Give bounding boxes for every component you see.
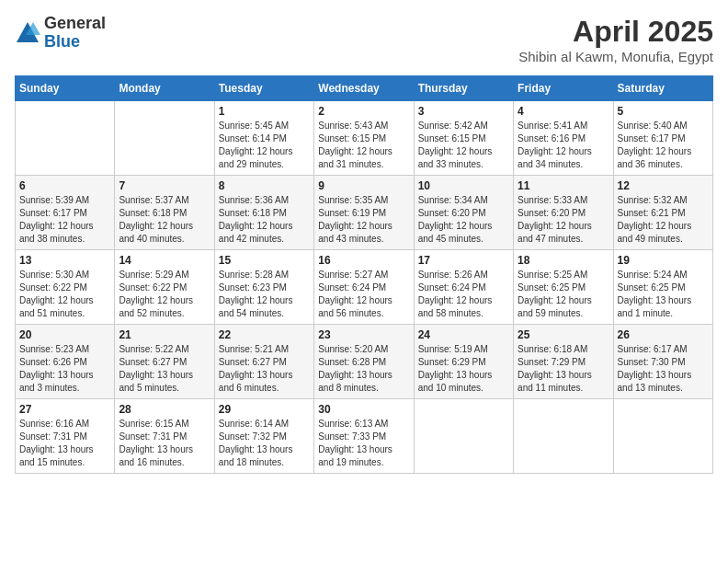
day-info: Sunrise: 6:13 AMSunset: 7:33 PMDaylight:… [318, 418, 409, 469]
day-number: 27 [19, 403, 110, 416]
table-row [115, 101, 214, 176]
table-row: 30Sunrise: 6:13 AMSunset: 7:33 PMDayligh… [314, 399, 414, 474]
day-number: 12 [618, 179, 709, 192]
header-monday: Monday [115, 76, 214, 101]
day-number: 14 [119, 254, 210, 267]
day-info: Sunrise: 5:41 AMSunset: 6:16 PMDaylight:… [518, 120, 609, 171]
day-number: 28 [119, 403, 210, 416]
table-row: 12Sunrise: 5:32 AMSunset: 6:21 PMDayligh… [613, 176, 712, 250]
day-number: 20 [19, 328, 110, 341]
month-title: April 2025 [518, 15, 713, 49]
calendar-week-row: 1Sunrise: 5:45 AMSunset: 6:14 PMDaylight… [16, 101, 713, 176]
title-block: April 2025 Shibin al Kawm, Monufia, Egyp… [518, 15, 713, 64]
table-row: 7Sunrise: 5:37 AMSunset: 6:18 PMDaylight… [115, 176, 214, 250]
calendar-week-row: 6Sunrise: 5:39 AMSunset: 6:17 PMDaylight… [16, 176, 713, 250]
table-row: 9Sunrise: 5:35 AMSunset: 6:19 PMDaylight… [314, 176, 414, 250]
day-info: Sunrise: 5:45 AMSunset: 6:14 PMDaylight:… [219, 120, 310, 171]
logo-text: General Blue [44, 15, 106, 52]
table-row [16, 101, 115, 176]
day-number: 23 [318, 328, 409, 341]
table-row: 6Sunrise: 5:39 AMSunset: 6:17 PMDaylight… [16, 176, 115, 250]
calendar-table: Sunday Monday Tuesday Wednesday Thursday… [15, 75, 713, 474]
day-number: 9 [318, 179, 409, 192]
day-info: Sunrise: 6:17 AMSunset: 7:30 PMDaylight:… [618, 343, 709, 395]
day-number: 17 [418, 254, 509, 267]
day-number: 10 [418, 179, 509, 192]
day-number: 1 [219, 105, 310, 118]
day-number: 22 [219, 328, 310, 341]
day-number: 18 [518, 254, 609, 267]
day-info: Sunrise: 5:35 AMSunset: 6:19 PMDaylight:… [318, 194, 409, 246]
day-info: Sunrise: 5:37 AMSunset: 6:18 PMDaylight:… [119, 194, 210, 246]
day-info: Sunrise: 6:14 AMSunset: 7:32 PMDaylight:… [219, 418, 310, 469]
day-number: 6 [19, 179, 110, 192]
day-number: 21 [119, 328, 210, 341]
table-row: 16Sunrise: 5:27 AMSunset: 6:24 PMDayligh… [314, 250, 414, 325]
table-row: 22Sunrise: 5:21 AMSunset: 6:27 PMDayligh… [214, 325, 313, 399]
table-row: 13Sunrise: 5:30 AMSunset: 6:22 PMDayligh… [16, 250, 115, 325]
table-row: 10Sunrise: 5:34 AMSunset: 6:20 PMDayligh… [414, 176, 513, 250]
logo: General Blue [15, 15, 106, 52]
header-saturday: Saturday [613, 76, 712, 101]
calendar-week-row: 27Sunrise: 6:16 AMSunset: 7:31 PMDayligh… [16, 399, 713, 474]
table-row [613, 399, 712, 474]
day-number: 25 [518, 328, 609, 341]
day-info: Sunrise: 5:40 AMSunset: 6:17 PMDaylight:… [618, 120, 709, 171]
day-info: Sunrise: 5:24 AMSunset: 6:25 PMDaylight:… [618, 269, 709, 320]
day-number: 19 [618, 254, 709, 267]
location-subtitle: Shibin al Kawm, Monufia, Egypt [518, 49, 713, 64]
table-row: 15Sunrise: 5:28 AMSunset: 6:23 PMDayligh… [214, 250, 313, 325]
day-info: Sunrise: 5:26 AMSunset: 6:24 PMDaylight:… [418, 269, 509, 320]
logo-general: General [44, 15, 106, 33]
day-info: Sunrise: 5:32 AMSunset: 6:21 PMDaylight:… [618, 194, 709, 246]
day-info: Sunrise: 6:16 AMSunset: 7:31 PMDaylight:… [19, 418, 110, 469]
table-row: 14Sunrise: 5:29 AMSunset: 6:22 PMDayligh… [115, 250, 214, 325]
day-info: Sunrise: 5:33 AMSunset: 6:20 PMDaylight:… [518, 194, 609, 246]
day-number: 16 [318, 254, 409, 267]
day-info: Sunrise: 5:28 AMSunset: 6:23 PMDaylight:… [219, 269, 310, 320]
table-row: 25Sunrise: 6:18 AMSunset: 7:29 PMDayligh… [514, 325, 613, 399]
table-row: 21Sunrise: 5:22 AMSunset: 6:27 PMDayligh… [115, 325, 214, 399]
table-row: 11Sunrise: 5:33 AMSunset: 6:20 PMDayligh… [514, 176, 613, 250]
table-row [414, 399, 513, 474]
table-row: 3Sunrise: 5:42 AMSunset: 6:15 PMDaylight… [414, 101, 513, 176]
table-row: 17Sunrise: 5:26 AMSunset: 6:24 PMDayligh… [414, 250, 513, 325]
table-row: 4Sunrise: 5:41 AMSunset: 6:16 PMDaylight… [514, 101, 613, 176]
calendar-week-row: 13Sunrise: 5:30 AMSunset: 6:22 PMDayligh… [16, 250, 713, 325]
day-info: Sunrise: 5:27 AMSunset: 6:24 PMDaylight:… [318, 269, 409, 320]
day-number: 24 [418, 328, 509, 341]
table-row: 2Sunrise: 5:43 AMSunset: 6:15 PMDaylight… [314, 101, 414, 176]
table-row: 19Sunrise: 5:24 AMSunset: 6:25 PMDayligh… [613, 250, 712, 325]
day-info: Sunrise: 5:34 AMSunset: 6:20 PMDaylight:… [418, 194, 509, 246]
day-info: Sunrise: 5:42 AMSunset: 6:15 PMDaylight:… [418, 120, 509, 171]
header-sunday: Sunday [16, 76, 115, 101]
page-header: General Blue April 2025 Shibin al Kawm, … [15, 15, 713, 64]
day-info: Sunrise: 6:18 AMSunset: 7:29 PMDaylight:… [518, 343, 609, 395]
table-row: 5Sunrise: 5:40 AMSunset: 6:17 PMDaylight… [613, 101, 712, 176]
day-number: 7 [119, 179, 210, 192]
day-info: Sunrise: 5:30 AMSunset: 6:22 PMDaylight:… [19, 269, 110, 320]
day-info: Sunrise: 5:22 AMSunset: 6:27 PMDaylight:… [119, 343, 210, 395]
table-row: 29Sunrise: 6:14 AMSunset: 7:32 PMDayligh… [214, 399, 313, 474]
day-info: Sunrise: 5:39 AMSunset: 6:17 PMDaylight:… [19, 194, 110, 246]
header-friday: Friday [514, 76, 613, 101]
day-number: 26 [618, 328, 709, 341]
table-row: 26Sunrise: 6:17 AMSunset: 7:30 PMDayligh… [613, 325, 712, 399]
table-row: 18Sunrise: 5:25 AMSunset: 6:25 PMDayligh… [514, 250, 613, 325]
day-number: 5 [618, 105, 709, 118]
day-info: Sunrise: 5:43 AMSunset: 6:15 PMDaylight:… [318, 120, 409, 171]
day-number: 15 [219, 254, 310, 267]
day-number: 11 [518, 179, 609, 192]
table-row: 8Sunrise: 5:36 AMSunset: 6:18 PMDaylight… [214, 176, 313, 250]
table-row: 28Sunrise: 6:15 AMSunset: 7:31 PMDayligh… [115, 399, 214, 474]
logo-icon [15, 20, 40, 46]
day-number: 29 [219, 403, 310, 416]
day-number: 8 [219, 179, 310, 192]
day-info: Sunrise: 5:20 AMSunset: 6:28 PMDaylight:… [318, 343, 409, 395]
table-row: 23Sunrise: 5:20 AMSunset: 6:28 PMDayligh… [314, 325, 414, 399]
calendar-week-row: 20Sunrise: 5:23 AMSunset: 6:26 PMDayligh… [16, 325, 713, 399]
table-row: 20Sunrise: 5:23 AMSunset: 6:26 PMDayligh… [16, 325, 115, 399]
table-row: 1Sunrise: 5:45 AMSunset: 6:14 PMDaylight… [214, 101, 313, 176]
day-info: Sunrise: 5:21 AMSunset: 6:27 PMDaylight:… [219, 343, 310, 395]
day-number: 30 [318, 403, 409, 416]
